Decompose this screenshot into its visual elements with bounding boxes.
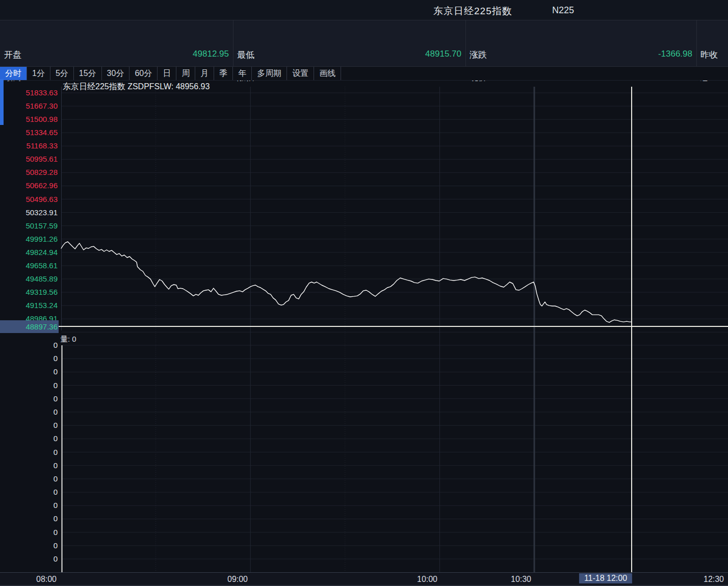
- price-axis-label: 51334.65: [0, 128, 58, 137]
- volume-axis-label: 0: [0, 394, 58, 403]
- volume-axis-label: 0: [0, 541, 58, 550]
- volume-axis-label: 0: [0, 381, 58, 390]
- price-axis-label: 49824.94: [0, 248, 58, 257]
- time-axis-label: 10:00: [417, 575, 437, 584]
- price-axis-label: 50829.28: [0, 168, 58, 177]
- price-axis-label: 50662.96: [0, 181, 58, 190]
- volume-axis-label: 0: [0, 554, 58, 564]
- time-axis-label-highlighted: 11-18 12:00: [579, 573, 632, 583]
- volume-axis-label: 0: [0, 421, 58, 430]
- price-axis-label: 49658.61: [0, 261, 58, 270]
- trading-app-window: 东京日经225指数 N225 开盘 49812.95 最低 48915.70 涨…: [0, 0, 728, 586]
- volume-axis-label: 0: [0, 407, 58, 417]
- price-axis-label: 49319.56: [0, 288, 58, 297]
- time-axis-label: 08:00: [36, 575, 57, 584]
- volume-axis-label: 0: [0, 367, 58, 376]
- volume-axis-label: 0: [0, 341, 58, 350]
- price-axis-label: 50323.91: [0, 208, 58, 217]
- volume-axis-label: 0: [0, 528, 58, 537]
- volume-axis-label: 0: [0, 448, 58, 457]
- time-axis-label: 09:00: [227, 575, 248, 584]
- volume-axis-label: 0: [0, 434, 58, 443]
- price-axis-label: 51833.63: [0, 88, 58, 97]
- time-axis-label: 10:30: [511, 575, 531, 584]
- volume-axis-label: 0: [0, 488, 58, 497]
- volume-axis-label: 0: [0, 461, 58, 470]
- price-series-line: [61, 242, 632, 322]
- price-axis-label: 49153.24: [0, 301, 58, 310]
- volume-axis-label: 0: [0, 474, 58, 483]
- chart-overlay-label: 东京日经225指数 ZSDPFSLW: 48956.93: [63, 82, 210, 92]
- price-axis-label: 49485.89: [0, 274, 58, 284]
- left-scrollbar-thumb[interactable]: [0, 79, 4, 125]
- price-axis-label: 50157.59: [0, 221, 58, 231]
- time-axis-label: 12:30: [704, 575, 724, 584]
- price-axis-label: 51500.98: [0, 115, 58, 124]
- volume-axis-label: 0: [0, 354, 58, 363]
- volume-axis-label: 0: [0, 501, 58, 510]
- price-axis-label: 50496.63: [0, 195, 58, 204]
- price-axis-label: 51667.30: [0, 101, 58, 111]
- price-axis-label: 51168.33: [0, 141, 58, 150]
- volume-axis-label: 0: [0, 514, 58, 523]
- crosshair-price-tag: 48897.36: [0, 320, 59, 333]
- volume-readout-label: 量: 0: [60, 335, 76, 344]
- price-axis-label: 50995.61: [0, 155, 58, 164]
- price-axis-label: 49991.26: [0, 235, 58, 244]
